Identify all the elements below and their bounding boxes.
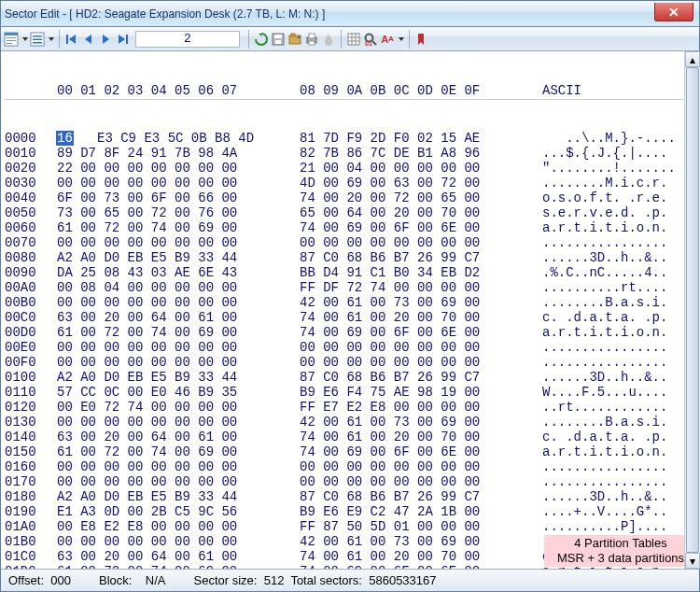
hex-row[interactable]: 017000 00 00 00 00 00 00 0000 00 00 00 0… [5,474,699,489]
ascii-cell[interactable]: ......3D..h..&.. [542,370,699,385]
bytes-right[interactable]: 74 00 69 00 6F 00 6E 00 [300,325,542,340]
hex-row[interactable]: 00A000 08 04 00 00 00 00 00FF DF 72 74 0… [5,280,699,295]
ascii-cell[interactable]: ................ [542,355,699,370]
bytes-left[interactable]: 00 00 00 00 00 00 00 00 [57,355,300,370]
export-icon[interactable] [287,32,302,47]
dropdown-icon[interactable] [399,37,404,41]
ascii-cell[interactable]: ....+..V....G*.. [542,504,699,519]
bytes-left[interactable]: 89 D7 8F 24 91 7B 98 4A [57,146,300,161]
bytes-right[interactable]: FF DF 72 74 00 00 00 00 [300,280,542,295]
bytes-right[interactable]: 74 00 61 00 20 00 70 00 [300,310,542,325]
first-icon[interactable] [64,32,79,47]
bytes-right[interactable]: 87 C0 68 B6 B7 26 99 C7 [300,250,542,265]
ascii-cell[interactable]: o.s.o.f.t. .r.e. [542,190,699,205]
bytes-left[interactable]: DA 25 08 43 03 AE 6E 43 [57,265,300,280]
selected-byte[interactable]: 16 [56,131,74,146]
hex-row[interactable]: 016000 00 00 00 00 00 00 0000 00 00 00 0… [5,459,699,474]
hex-row[interactable]: 0080A2 A0 D0 EB E5 B9 33 4487 C0 68 B6 B… [5,250,699,265]
bytes-right[interactable]: 87 C0 68 B6 B7 26 99 C7 [300,489,542,504]
hex-row[interactable]: 015061 00 72 00 74 00 69 0074 00 69 00 6… [5,444,699,459]
bytes-left[interactable]: 57 CC 0C 00 E0 46 B9 35 [57,385,300,400]
hex-rows[interactable]: 000016 E3 C9 E3 5C 0B B8 4D81 7D F9 2D F… [5,131,699,569]
ascii-cell[interactable]: ..........rt.... [542,280,699,295]
hex-row[interactable]: 00E000 00 00 00 00 00 00 0000 00 00 00 0… [5,340,699,355]
bytes-right[interactable]: 65 00 64 00 20 00 70 00 [300,205,542,220]
hex-row[interactable]: 00D061 00 72 00 74 00 69 0074 00 69 00 6… [5,325,699,340]
bytes-left[interactable]: 00 08 04 00 00 00 00 00 [57,280,300,295]
ascii-cell[interactable]: ................ [542,340,699,355]
hex-row[interactable]: 012000 E0 72 74 00 00 00 00FF E7 E2 E8 0… [5,400,699,415]
ascii-cell[interactable]: ..........P].... [542,519,699,534]
ascii-cell[interactable]: ................ [542,459,699,474]
bytes-right[interactable]: 00 00 00 00 00 00 00 00 [300,459,542,474]
bytes-left[interactable]: 00 00 00 00 00 00 00 00 [57,295,300,310]
hex-row[interactable]: 01A000 E8 E2 E8 00 00 00 00FF 87 50 5D 0… [5,519,699,534]
bytes-left[interactable]: 00 00 00 00 00 00 00 00 [57,235,300,250]
ascii-cell[interactable]: ................ [542,235,699,250]
ascii-cell[interactable]: ........M.i.c.r. [542,176,699,190]
hex-row[interactable]: 014063 00 20 00 64 00 61 0074 00 61 00 2… [5,430,699,444]
hex-row[interactable]: 00406F 00 73 00 6F 00 66 0074 00 20 00 7… [5,190,699,205]
bytes-right[interactable]: FF E7 E2 E8 00 00 00 00 [300,400,542,415]
bytes-right[interactable]: 00 00 00 00 00 00 00 00 [300,340,542,355]
bytes-left[interactable]: 00 00 00 00 00 00 00 00 [57,415,300,430]
bytes-right[interactable]: 74 00 69 00 6F 00 6E 00 [300,444,542,459]
ascii-cell[interactable]: a.r.t.i.t.i.o.n. [542,325,699,340]
hex-row[interactable]: 00F000 00 00 00 00 00 00 0000 00 00 00 0… [5,355,699,370]
fill-icon[interactable] [321,32,336,47]
scroll-up-icon[interactable]: ▴ [685,51,700,67]
hex-row[interactable]: 011057 CC 0C 00 E0 46 B9 35B9 E6 F4 75 A… [5,385,699,400]
bytes-right[interactable]: 81 7D F9 2D F0 02 15 AE [300,131,542,146]
hex-row[interactable]: 013000 00 00 00 00 00 00 0042 00 61 00 7… [5,415,699,430]
bytes-right[interactable]: 87 C0 68 B6 B7 26 99 C7 [300,370,542,385]
bytes-right[interactable]: B9 E6 E9 C2 47 2A 1B 00 [300,504,542,519]
ascii-cell[interactable]: c. .d.a.t.a. .p. [542,430,699,444]
hex-row[interactable]: 000016 E3 C9 E3 5C 0B B8 4D81 7D F9 2D F… [5,131,699,146]
save-icon[interactable] [271,32,286,47]
ascii-cell[interactable]: ................ [542,474,699,489]
bytes-right[interactable]: 21 00 04 00 00 00 00 00 [300,161,542,176]
bytes-left[interactable]: E1 A3 0D 00 2B C5 9C 56 [57,504,300,519]
bytes-right[interactable]: 00 00 00 00 00 00 00 00 [300,355,542,370]
bytes-right[interactable]: 74 00 61 00 20 00 70 00 [300,549,542,564]
hex-row[interactable]: 006061 00 72 00 74 00 69 0074 00 69 00 6… [5,220,699,235]
prev-icon[interactable] [81,32,96,47]
ascii-cell[interactable]: ......3D..h..&.. [542,489,699,504]
bytes-left[interactable]: 63 00 20 00 64 00 61 00 [57,549,300,564]
print-icon[interactable] [304,32,319,47]
bytes-right[interactable]: 42 00 61 00 73 00 69 00 [300,415,542,430]
bytes-left[interactable]: 00 E8 E2 E8 00 00 00 00 [57,519,300,534]
bytes-left[interactable]: 00 00 00 00 00 00 00 00 [57,474,300,489]
bytes-left[interactable]: 61 00 72 00 74 00 69 00 [57,564,300,569]
bytes-right[interactable]: 74 00 20 00 72 00 65 00 [300,190,542,205]
bytes-left[interactable]: 00 00 00 00 00 00 00 00 [57,176,300,190]
hex-row[interactable]: 003000 00 00 00 00 00 00 004D 00 69 00 6… [5,176,699,190]
ascii-cell[interactable]: ..rt............ [542,400,699,415]
hex-row[interactable]: 0100A2 A0 D0 EB E5 B9 33 4487 C0 68 B6 B… [5,370,699,385]
bytes-left[interactable]: 6F 00 73 00 6F 00 66 00 [57,190,300,205]
bytes-left[interactable]: 73 00 65 00 72 00 76 00 [57,205,300,220]
refresh-icon[interactable] [254,32,269,47]
bytes-right[interactable]: 00 00 00 00 00 00 00 00 [300,474,542,489]
bytes-left[interactable]: 00 00 00 00 00 00 00 00 [57,534,300,549]
hex-row[interactable]: 0180A2 A0 D0 EB E5 B9 33 4487 C0 68 B6 B… [5,489,699,504]
bytes-left[interactable]: A2 A0 D0 EB E5 B9 33 44 [57,489,300,504]
bytes-right[interactable]: 42 00 61 00 73 00 69 00 [300,534,542,549]
font-icon[interactable]: AA [380,32,395,47]
bytes-right[interactable]: 42 00 61 00 73 00 69 00 [300,295,542,310]
bytes-left[interactable]: 00 E0 72 74 00 00 00 00 [57,400,300,415]
bytes-left[interactable]: 00 00 00 00 00 00 00 00 [57,459,300,474]
hex-row[interactable]: 00B000 00 00 00 00 00 00 0042 00 61 00 7… [5,295,699,310]
hex-row[interactable]: 001089 D7 8F 24 91 7B 98 4A82 7B 86 7C D… [5,146,699,161]
bytes-left[interactable]: 63 00 20 00 64 00 61 00 [57,430,300,444]
hex-row[interactable]: 002022 00 00 00 00 00 00 0021 00 04 00 0… [5,161,699,176]
bytes-left[interactable]: 00 00 00 00 00 00 00 00 [57,340,300,355]
bytes-left[interactable]: A2 A0 D0 EB E5 B9 33 44 [57,370,300,385]
dropdown-icon[interactable] [22,37,28,41]
bytes-right[interactable]: FF 87 50 5D 01 00 00 00 [300,519,542,534]
scrollbar[interactable]: ▴ ▾ [684,51,700,569]
close-button[interactable]: ✕ [654,3,693,21]
bytes-right[interactable]: 74 00 61 00 20 00 70 00 [300,430,542,444]
grid-icon[interactable] [346,32,361,47]
bookmark-icon[interactable] [414,32,429,47]
